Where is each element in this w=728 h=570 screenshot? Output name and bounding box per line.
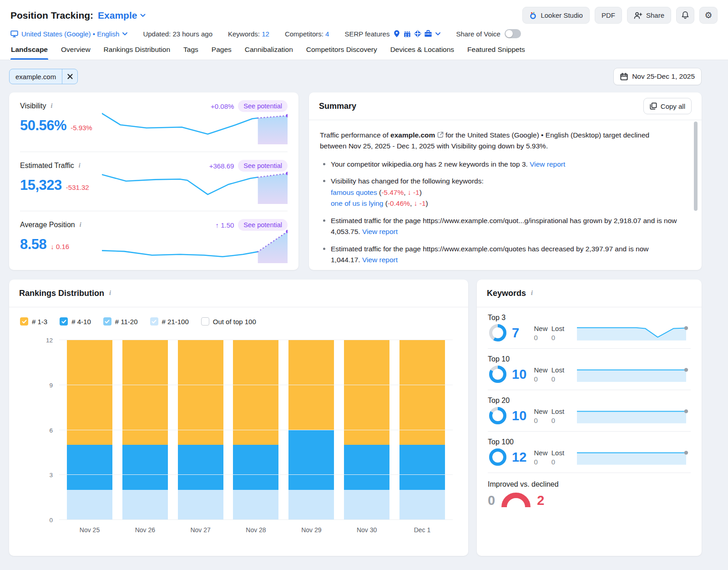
bar-segment-21-100: [399, 490, 445, 520]
page-content: example.com Nov 25-Dec 1, 2025 Visibilit…: [0, 60, 711, 556]
legend-label: # 1-3: [32, 318, 47, 326]
settings-button[interactable]: ⚙: [699, 7, 718, 24]
new-value: 0: [534, 458, 551, 466]
legend-item--11-20[interactable]: # 11-20: [103, 317, 138, 326]
view-report-link[interactable]: View report: [530, 160, 565, 168]
scrollbar-thumb[interactable]: [694, 122, 698, 211]
tab-overview[interactable]: Overview: [61, 46, 91, 60]
info-icon[interactable]: i: [50, 102, 54, 110]
keyword-link[interactable]: one of us is lying: [331, 199, 383, 207]
metric-value-group: 15,323-531.32: [20, 177, 89, 193]
chevron-down-icon[interactable]: [435, 32, 440, 36]
tab-pages[interactable]: Pages: [211, 46, 232, 60]
pdf-button[interactable]: PDF: [595, 7, 622, 24]
lost-value: 0: [551, 334, 569, 341]
keyword-change-pct: -0.46%: [388, 199, 410, 207]
date-range-picker[interactable]: Nov 25-Dec 1, 2025: [613, 68, 702, 85]
looker-studio-icon: [529, 11, 537, 20]
competitors-value-link[interactable]: 4: [325, 30, 329, 38]
checkbox-unchecked[interactable]: [201, 317, 209, 326]
metric-label: Estimated Traffic: [20, 162, 74, 170]
improved-count: 0: [488, 493, 495, 508]
tabs-row: LandscapeOverviewRankings DistributionTa…: [10, 46, 718, 60]
keyword-row-label: Top 10: [488, 355, 691, 363]
share-button[interactable]: Share: [627, 7, 671, 24]
metric-label: Visibility: [20, 102, 46, 110]
info-icon[interactable]: i: [108, 290, 112, 297]
y-tick-label: 12: [46, 337, 53, 344]
check-icon: [22, 320, 27, 324]
view-report-link[interactable]: View report: [362, 228, 398, 235]
copy-all-button[interactable]: Copy all: [643, 98, 692, 114]
page-title: Position Tracking:: [10, 10, 93, 21]
external-link-icon[interactable]: [437, 132, 444, 138]
target-label: United States (Google) • English: [21, 30, 119, 38]
keyword-sparkline-box: [577, 448, 691, 466]
metric-label-group: Visibilityi: [20, 102, 53, 110]
metric-value: 8.58: [20, 236, 46, 253]
checkbox-checked[interactable]: [103, 317, 111, 326]
metric-delta: -531.32: [66, 183, 89, 191]
share-of-voice-toggle[interactable]: [505, 29, 521, 38]
metric-value-group: 8.58↓ 0.16: [20, 236, 69, 253]
view-report-link[interactable]: View report: [362, 256, 398, 264]
legend-item--1-3[interactable]: # 1-3: [20, 317, 47, 326]
domain-filter-chip[interactable]: example.com: [9, 69, 78, 84]
tab-devices-locations[interactable]: Devices & Locations: [390, 46, 455, 60]
metric-sparkline-box: [102, 168, 288, 207]
keyword-rows: Top 37New0Lost0Top 1010New0Lost0Top 2010…: [477, 307, 702, 473]
info-icon[interactable]: i: [79, 221, 82, 229]
keyword-link[interactable]: famous quotes: [331, 188, 377, 196]
tab-landscape[interactable]: Landscape: [10, 46, 48, 60]
legend-item--21-100[interactable]: # 21-100: [150, 317, 189, 326]
legend-item-out-of-top-100[interactable]: Out of top 100: [201, 317, 256, 326]
chip-remove-button[interactable]: [62, 69, 77, 84]
summary-bullet-list: Your competitor wikipedia.org has 2 new …: [320, 159, 678, 266]
new-column: New0: [534, 366, 551, 383]
tab-cannibalization[interactable]: Cannibalization: [244, 46, 293, 60]
keyword-sparkline: [577, 448, 691, 466]
check-icon: [152, 320, 157, 324]
lost-label: Lost: [551, 366, 569, 374]
target-selector[interactable]: United States (Google) • English: [10, 30, 127, 38]
checkbox-checked[interactable]: [150, 317, 158, 326]
keyword-row-top-3: Top 37New0Lost0: [488, 307, 691, 349]
tab-tags[interactable]: Tags: [183, 46, 199, 60]
info-icon[interactable]: i: [78, 162, 81, 169]
legend-item--4-10[interactable]: # 4-10: [60, 317, 91, 326]
x-axis-label: Nov 27: [178, 526, 223, 534]
bar-nov-27: [178, 340, 223, 520]
keywords-label: Keywords:: [228, 30, 260, 38]
keyword-row-label: Top 20: [488, 397, 691, 405]
bar-segment-4-10: [67, 445, 112, 490]
improved-declined-row: Improved vs. declined 0 2: [488, 473, 691, 509]
looker-studio-button[interactable]: Looker Studio: [522, 7, 590, 24]
share-of-voice-group: Share of Voice: [456, 29, 521, 38]
info-icon[interactable]: i: [530, 290, 534, 297]
summary-bullet: Visibility has changed for the following…: [320, 176, 678, 209]
checkbox-checked[interactable]: [60, 317, 68, 326]
project-selector[interactable]: Example: [98, 10, 146, 21]
keyword-row-label: Top 100: [488, 438, 691, 446]
tab-rankings-distribution[interactable]: Rankings Distribution: [103, 46, 171, 60]
keyword-donut: [488, 364, 508, 384]
rankings-chart: Keywords 036912: [59, 340, 453, 520]
checkbox-checked[interactable]: [20, 317, 28, 326]
new-label: New: [534, 449, 551, 457]
declined-count: 2: [537, 493, 544, 508]
lost-value: 0: [551, 417, 569, 424]
new-label: New: [534, 366, 551, 374]
notifications-button[interactable]: [676, 7, 694, 24]
bell-icon: [681, 11, 689, 20]
tab-competitors-discovery[interactable]: Competitors Discovery: [306, 46, 378, 60]
bar-segment-4-10: [122, 445, 168, 490]
keywords-value-link[interactable]: 12: [262, 30, 269, 38]
bar-segment-21-100: [178, 490, 223, 520]
tab-featured-snippets[interactable]: Featured Snippets: [467, 46, 526, 60]
lost-value: 0: [551, 458, 569, 466]
serp-features-group[interactable]: SERP features: [344, 30, 440, 38]
donut-group: 10: [488, 406, 534, 426]
keyword-count: 12: [512, 450, 526, 465]
metric-delta: ↓ 0.16: [51, 243, 69, 250]
new-column: New0: [534, 407, 551, 424]
